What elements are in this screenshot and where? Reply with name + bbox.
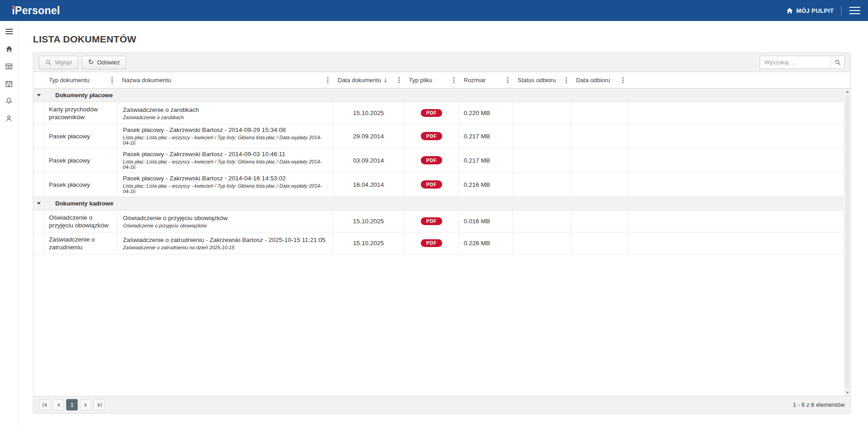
next-page-icon (84, 403, 88, 407)
current-page-button[interactable]: 1 (66, 399, 78, 410)
receipt-date-cell (572, 232, 628, 254)
column-header-data-odbioru[interactable]: Data odbioru (572, 72, 628, 88)
receipt-status-cell (513, 210, 572, 232)
scroll-down-button[interactable] (844, 389, 850, 396)
pdf-badge: PDF (421, 156, 442, 164)
file-type-cell: PDF (404, 124, 459, 148)
next-page-button[interactable] (80, 399, 91, 410)
sidebar-user-button[interactable] (0, 110, 18, 127)
document-name-cell: Pasek płacowy - Zakrzewski Bartosz - 201… (117, 124, 333, 148)
sidebar-menu-button[interactable] (0, 23, 18, 40)
file-type-cell: PDF (404, 102, 459, 124)
search-button[interactable] (831, 56, 844, 68)
group-indent-cell (33, 148, 44, 172)
document-date-cell: 29.09.2014 (333, 124, 404, 148)
table-row[interactable]: Karty przychodów pracownikówZaświadczeni… (33, 102, 844, 124)
group-indent-cell (33, 102, 44, 124)
grid-header-row: Typ dokumentu Nazwa dokumentu Data dokum… (33, 72, 850, 89)
size-cell: 0.217 MB (459, 148, 513, 172)
bell-icon (5, 97, 13, 105)
sidebar-grid-button[interactable] (0, 58, 18, 75)
group-label: Dokumenty płacowe (55, 92, 113, 99)
column-label: Rozmiar (464, 77, 486, 84)
document-type-cell: Karty przychodów pracowników (44, 102, 117, 124)
main-content: LISTA DOKUMENTÓW Wgląd ↻ Odśwież (18, 21, 868, 426)
column-menu-icon[interactable] (566, 79, 567, 81)
group-header-row[interactable]: Dokumenty kadrowe (33, 197, 844, 210)
sidebar-home-button[interactable] (0, 40, 18, 58)
column-menu-icon[interactable] (507, 79, 508, 81)
column-label: Typ dokumentu (49, 77, 90, 84)
document-date-cell: 16.04.2014 (333, 173, 404, 196)
document-subtitle: Lista płac: Lista płac - wszyscy - kwiec… (123, 159, 327, 170)
pdf-badge: PDF (421, 217, 442, 226)
group-toggle[interactable] (33, 94, 44, 96)
sidebar-calendar-button[interactable] (0, 75, 18, 92)
my-desktop-link[interactable]: MÓJ PULPIT (779, 0, 841, 21)
sidebar-notifications-button[interactable] (0, 92, 18, 110)
table-row[interactable]: Oświadczenie o przyjęciu obowiązkówOświa… (33, 210, 844, 232)
column-label: Data odbioru (576, 77, 610, 84)
grid-toolbar: Wgląd ↻ Odśwież (33, 53, 850, 72)
column-menu-icon[interactable] (453, 79, 455, 81)
last-page-button[interactable] (94, 399, 105, 410)
filler-cell (628, 124, 844, 148)
column-menu-icon[interactable] (327, 79, 328, 81)
first-page-button[interactable] (39, 399, 50, 410)
file-type-cell: PDF (404, 148, 459, 172)
table-row[interactable]: Pasek płacowyPasek płacowy - Zakrzewski … (33, 173, 844, 197)
group-indent-cell (33, 173, 44, 196)
vertical-scrollbar[interactable] (844, 89, 850, 396)
sort-desc-icon: ↓ (383, 77, 387, 84)
previous-page-button[interactable] (53, 399, 64, 410)
column-menu-icon[interactable] (111, 79, 113, 81)
grid-body: Dokumenty płacoweKarty przychodów pracow… (33, 89, 850, 396)
refresh-button[interactable]: ↻ Odśwież (82, 56, 126, 69)
collapse-triangle-icon (37, 94, 41, 96)
scroll-up-button[interactable] (844, 89, 850, 95)
app-logo[interactable]: iPersonel (12, 5, 60, 17)
user-icon (5, 115, 13, 122)
hamburger-menu-icon[interactable] (842, 0, 868, 21)
arrow-up-icon (846, 91, 849, 93)
home-icon (5, 45, 13, 53)
table-row[interactable]: Zaświadczenie o zatrudnieniuZaświadczeni… (33, 232, 844, 254)
search-input[interactable] (760, 59, 831, 66)
document-subtitle: Lista płac: Lista płac - wszyscy - kwiec… (123, 183, 327, 194)
document-subtitle: Lista płac: Lista płac - wszyscy - kwiec… (123, 135, 327, 146)
column-header-rozmiar[interactable]: Rozmiar (459, 72, 513, 88)
receipt-date-cell (572, 124, 628, 148)
document-subtitle: Zaświadczenie o zarobkach (123, 115, 184, 120)
size-cell: 0.226 MB (459, 232, 513, 254)
topbar-right: MÓJ PULPIT (779, 0, 868, 21)
document-name: Pasek płacowy - Zakrzewski Bartosz - 201… (123, 151, 285, 158)
table-row[interactable]: Pasek płacowyPasek płacowy - Zakrzewski … (33, 124, 844, 148)
column-header-data-dokumentu[interactable]: Data dokumentu↓ (333, 72, 404, 88)
pdf-badge: PDF (421, 180, 442, 189)
group-toggle[interactable] (33, 202, 44, 205)
column-header-nazwa-dokumentu[interactable]: Nazwa dokumentu (117, 72, 333, 88)
document-name: Zaświadczenie o zarobkach (123, 106, 199, 114)
refresh-icon: ↻ (88, 59, 94, 66)
column-header-status-odbioru[interactable]: Status odbioru (513, 72, 572, 88)
scrollbar-thumb[interactable] (845, 95, 850, 389)
column-menu-icon[interactable] (622, 79, 624, 81)
filler-cell (628, 232, 844, 254)
view-button[interactable]: Wgląd (39, 56, 78, 69)
column-menu-icon[interactable] (398, 79, 400, 81)
document-name: Oświadczenie o przyjęciu obowiązków (123, 215, 228, 222)
table-row[interactable]: Pasek płacowyPasek płacowy - Zakrzewski … (33, 148, 844, 173)
file-type-cell: PDF (404, 232, 459, 254)
column-header-typ-dokumentu[interactable]: Typ dokumentu (44, 72, 117, 88)
pdf-badge: PDF (421, 239, 442, 247)
documents-grid: Wgląd ↻ Odśwież Typ dokumentu (33, 53, 851, 414)
column-header-typ-pliku[interactable]: Typ pliku (404, 72, 459, 88)
document-name: Pasek płacowy - Zakrzewski Bartosz - 201… (123, 126, 286, 134)
document-name-cell: Oświadczenie o przyjęciu obowiązkówOświa… (117, 210, 333, 232)
scrollbar-track[interactable] (844, 95, 850, 389)
filler-cell (628, 148, 844, 172)
group-header-row[interactable]: Dokumenty płacowe (33, 89, 844, 102)
size-cell: 0.220 MB (459, 102, 513, 124)
group-indent-cell (33, 232, 44, 254)
document-name: Zaświadczenie o zatrudnieniu - Zakrzewsk… (123, 237, 325, 244)
